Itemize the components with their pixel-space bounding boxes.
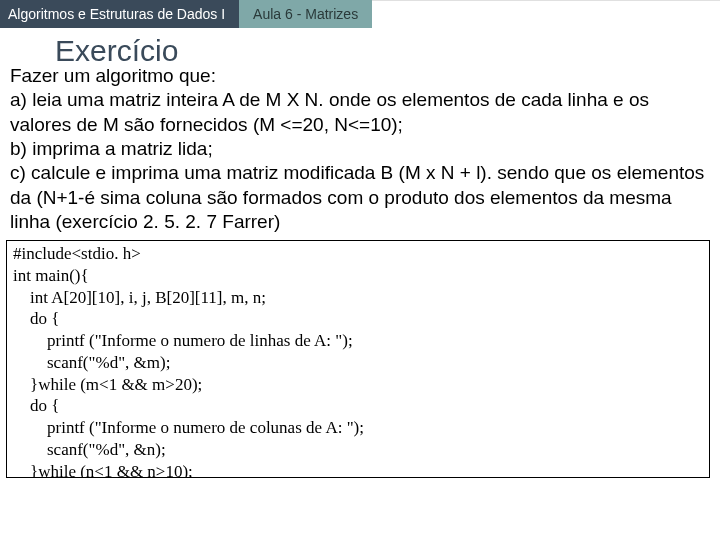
code-line: printf ("Informe o numero de linhas de A… (13, 331, 353, 350)
code-line: #include<stdio. h> (13, 244, 141, 263)
prompt-item-a: a) leia uma matriz inteira A de M X N. o… (10, 88, 710, 137)
exercise-prompt: Fazer um algoritmo que: a) leia uma matr… (0, 64, 720, 234)
prompt-intro: Fazer um algoritmo que: (10, 64, 710, 88)
code-line: }while (n<1 && n>10); (13, 462, 193, 479)
code-line: do { (13, 396, 59, 415)
code-listing: #include<stdio. h> int main(){ int A[20]… (6, 240, 710, 478)
header-course: Algoritmos e Estruturas de Dados I (0, 0, 239, 28)
code-line: int main(){ (13, 266, 89, 285)
prompt-item-b: b) imprima a matriz lida; (10, 137, 710, 161)
prompt-item-c: c) calcule e imprima uma matriz modifica… (10, 161, 710, 234)
slide-header: Algoritmos e Estruturas de Dados I Aula … (0, 0, 720, 28)
code-line: do { (13, 309, 59, 328)
code-line: int A[20][10], i, j, B[20][11], m, n; (13, 288, 266, 307)
code-line: scanf("%d", &n); (13, 440, 166, 459)
code-line: }while (m<1 && m>20); (13, 375, 202, 394)
header-lesson: Aula 6 - Matrizes (239, 0, 372, 28)
header-spacer (372, 0, 720, 28)
slide-title: Exercício (55, 34, 720, 68)
code-line: scanf("%d", &m); (13, 353, 170, 372)
code-line: printf ("Informe o numero de colunas de … (13, 418, 364, 437)
